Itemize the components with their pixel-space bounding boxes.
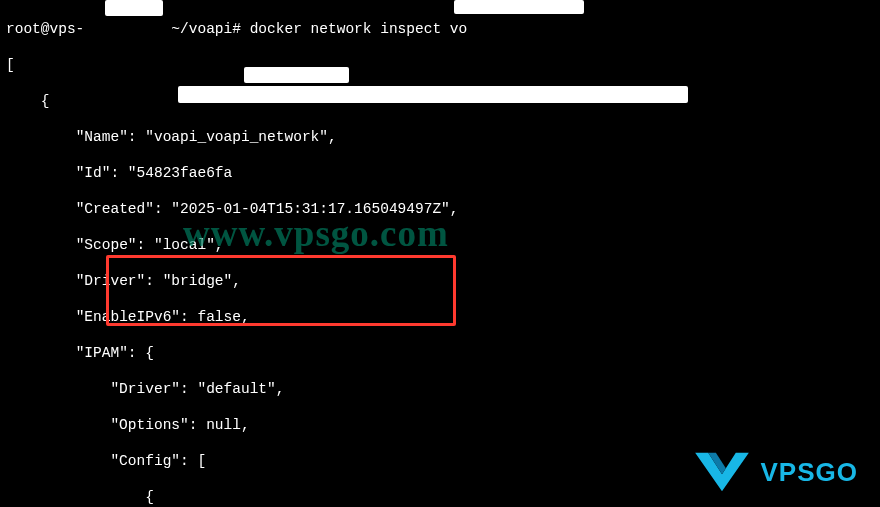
json-line: "Id": "54823fae6fa bbox=[6, 164, 874, 182]
command: docker network inspect vo bbox=[250, 21, 468, 37]
json-line: "EnableIPv6": false, bbox=[6, 308, 874, 326]
prompt-user: root bbox=[6, 21, 41, 37]
json-line: "Created": "2025-01-04T15:31:17.16504949… bbox=[6, 200, 874, 218]
json-line: "Name": "voapi_voapi_network", bbox=[6, 128, 874, 146]
redaction-box bbox=[244, 67, 349, 83]
json-line: "IPAM": { bbox=[6, 344, 874, 362]
json-line: { bbox=[6, 488, 874, 506]
json-line: "Scope": "local", bbox=[6, 236, 874, 254]
redaction-box bbox=[105, 0, 163, 16]
json-line: "Driver": "bridge", bbox=[6, 272, 874, 290]
json-line: [ bbox=[6, 56, 874, 74]
redaction-box bbox=[454, 0, 584, 14]
terminal-output: root@vps- ~/voapi# docker network inspec… bbox=[0, 0, 880, 507]
prompt-line[interactable]: root@vps- ~/voapi# docker network inspec… bbox=[6, 20, 874, 38]
json-line: "Config": [ bbox=[6, 452, 874, 470]
json-line: "Driver": "default", bbox=[6, 380, 874, 398]
redaction-box bbox=[178, 86, 688, 103]
json-line: "Options": null, bbox=[6, 416, 874, 434]
